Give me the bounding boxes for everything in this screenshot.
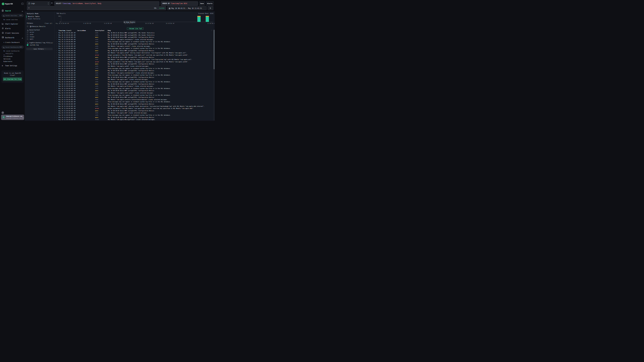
source-settings-gear-icon[interactable]: ⚙ (51, 2, 52, 4)
row-expand-chevron[interactable]: › (56, 101, 57, 102)
row-expand-chevron[interactable]: › (56, 56, 57, 58)
row-expand-chevron[interactable]: › (56, 83, 57, 85)
sidebar-item-client-sessions[interactable]: Client Sessions (0, 32, 25, 35)
clear-link[interactable]: Clear (49, 42, 53, 43)
table-row[interactable]: › May 16 11:38:40.683 AM info ASL Module… (54, 38, 215, 41)
column-resize-handle[interactable]: ⋮ (94, 30, 94, 31)
table-row[interactable]: › May 16 11:38:40.683 AM warn May 16 00:… (54, 76, 215, 78)
help-button[interactable]: ? (2, 111, 4, 114)
row-expand-chevron[interactable]: › (56, 43, 57, 44)
run-query-button[interactable] (208, 6, 213, 10)
row-expand-chevron[interactable]: › (56, 87, 57, 89)
table-row[interactable]: › May 16 11:38:40.683 AM warn May 16 00:… (54, 70, 215, 72)
table-row[interactable]: › May 16 11:38:40.683 AM info ASL Module… (54, 52, 215, 54)
row-expand-chevron[interactable]: › (56, 54, 57, 56)
histogram-bar[interactable] (206, 16, 209, 22)
row-expand-chevron[interactable]: › (56, 61, 57, 62)
scrollbar-track[interactable] (214, 29, 214, 121)
table-row[interactable]: › May 16 11:38:40.683 AM warn May 16 00:… (54, 110, 215, 112)
filter-label-trace[interactable]: trace (30, 36, 34, 38)
row-expand-chevron[interactable]: › (56, 70, 57, 71)
table-row[interactable]: › May 16 11:38:40.683 AM info May 16 00:… (54, 34, 215, 36)
table-options-kebab-icon[interactable]: ⋮ (211, 29, 212, 31)
sidebar-item-alerts[interactable]: Alerts (0, 27, 25, 30)
sql-select-editor[interactable]: SELECT Timestamp, ServiceName, SeverityT… (54, 1, 159, 6)
table-row[interactable]: › May 16 11:38:40.683 AM info Those mess… (54, 67, 215, 70)
table-row[interactable]: › May 16 11:38:40.683 AM info ASL Module… (54, 112, 215, 114)
column-header-body[interactable]: Body (108, 30, 111, 31)
row-expand-chevron[interactable]: › (56, 105, 57, 107)
mode-results-table[interactable]: Results Table (26, 15, 52, 18)
scrollbar-thumb[interactable] (214, 30, 214, 69)
clear-all-link[interactable]: Clear all (45, 22, 52, 24)
table-row[interactable]: › May 16 11:38:40.683 AM info ASL Module… (54, 78, 215, 81)
presets-header[interactable]: PRESETS (6, 53, 14, 54)
row-expand-chevron[interactable]: › (56, 32, 57, 33)
row-expand-chevron[interactable]: › (56, 78, 57, 80)
column-header-servicename[interactable]: ServiceName (78, 30, 86, 31)
table-row[interactable]: › May 16 11:38:40.683 AM warn May 16 00:… (54, 116, 215, 119)
table-row[interactable]: › May 16 11:38:40.683 AM info ASL Module… (54, 45, 215, 47)
row-expand-chevron[interactable]: › (56, 110, 57, 111)
row-expand-chevron[interactable]: › (56, 76, 57, 78)
table-row[interactable]: › May 16 11:38:40.683 AM info ASL Module… (54, 98, 215, 101)
table-row[interactable]: › May 16 11:38:40.683 AM warn May 16 00:… (54, 103, 215, 105)
row-expand-chevron[interactable]: › (56, 50, 57, 51)
row-expand-chevron[interactable]: › (56, 45, 57, 47)
table-row[interactable]: › May 16 11:38:40.683 AM error Output pa… (54, 107, 215, 110)
search-query-input[interactable]: * SQL|Lucene (27, 6, 166, 10)
row-expand-chevron[interactable]: › (56, 90, 57, 91)
sidebar-item-chart-explorer[interactable]: Chart Explorer (0, 22, 25, 26)
table-row[interactable]: › May 16 11:38:40.683 AM info ASL Module… (54, 92, 215, 94)
query-language-toggle[interactable]: SQL|Lucene (154, 7, 164, 9)
toggle-lucene[interactable]: Lucene (159, 7, 164, 9)
filter-checkbox-system-log[interactable] (27, 44, 28, 46)
row-expand-chevron[interactable]: › (56, 74, 57, 76)
table-row[interactable]: › May 16 11:38:40.683 AM info Those mess… (54, 114, 215, 116)
row-expand-chevron[interactable]: › (56, 67, 57, 69)
alerts-button[interactable]: Alerts (206, 1, 214, 6)
table-row[interactable]: › May 16 11:38:40.683 AM info Those mess… (54, 47, 215, 50)
row-expand-chevron[interactable]: › (56, 65, 57, 67)
filter-checkbox-error[interactable] (27, 31, 28, 33)
table-row[interactable]: › May 16 11:38:40.683 AM warn May 16 00:… (54, 56, 215, 59)
column-header-severitytext[interactable]: SeverityText (95, 30, 104, 31)
table-row[interactable]: › May 16 11:38:40.683 AM warn May 16 00:… (54, 83, 215, 85)
preset-clickhouse[interactable]: Clickhouse (4, 55, 12, 57)
view-events-button[interactable]: View Events (123, 21, 136, 23)
row-expand-chevron[interactable]: › (56, 119, 57, 120)
sidebar-item-team-settings[interactable]: ⚙ Team Settings (0, 64, 25, 67)
row-expand-chevron[interactable]: › (56, 81, 57, 82)
row-expand-chevron[interactable]: › (56, 99, 57, 100)
row-expand-chevron[interactable]: › (56, 116, 57, 118)
histogram-bar[interactable] (197, 16, 200, 22)
save-button[interactable]: Save (199, 1, 205, 6)
results-histogram[interactable]: 360 0 May 16 8:40:00 AM9:10:00 AM9:35:00… (54, 14, 215, 24)
table-row[interactable]: › May 16 11:38:40.683 AM warn May 16 00:… (54, 96, 215, 98)
table-row[interactable]: › May 16 11:38:40.683 AM trace ASL Modul… (54, 118, 215, 121)
table-row[interactable]: › May 16 11:38:40.683 AM info ASL Module… (54, 85, 215, 87)
table-row[interactable]: › May 16 11:38:40.683 AM warn May 16 00:… (54, 50, 215, 52)
table-row[interactable]: › May 16 11:38:40.683 AM info Those mess… (54, 74, 215, 76)
row-expand-chevron[interactable]: › (56, 112, 57, 113)
row-expand-chevron[interactable]: › (56, 96, 57, 98)
preset-kubernetes[interactable]: Kubernetes (4, 61, 12, 62)
row-expand-chevron[interactable]: › (56, 63, 57, 64)
mode-event-patterns[interactable]: Event Patterns (26, 18, 52, 20)
sidebar-item-search[interactable]: Search (0, 9, 25, 12)
table-row[interactable]: › May 16 11:38:40.683 AM info Those mess… (54, 41, 215, 43)
row-expand-chevron[interactable]: › (56, 107, 57, 109)
table-row[interactable]: › May 16 11:38:40.683 AM warn May 16 00:… (54, 43, 215, 45)
preset-services[interactable]: Services (4, 58, 10, 60)
order-by-editor[interactable]: ORDER BY TimestampTime DESC (161, 1, 198, 6)
column-header-timestamp[interactable]: Timestamp (Local) (58, 30, 72, 31)
row-expand-chevron[interactable]: › (56, 59, 57, 60)
time-range-picker[interactable]: May 16 08:41:51 - May 16 11:41:51 (167, 6, 206, 10)
sidebar-collapse-icon[interactable] (22, 3, 24, 5)
column-resize-handle[interactable]: ⋮ (106, 30, 108, 31)
filter-label-error[interactable]: error (30, 31, 34, 33)
sidebar-item-dashboards[interactable]: Dashboards (0, 36, 25, 39)
row-expand-chevron[interactable]: › (56, 72, 57, 73)
table-row[interactable]: › May 16 11:38:40.683 AM info ASL Module… (54, 105, 215, 107)
filter-label-warn[interactable]: warn (30, 38, 34, 40)
